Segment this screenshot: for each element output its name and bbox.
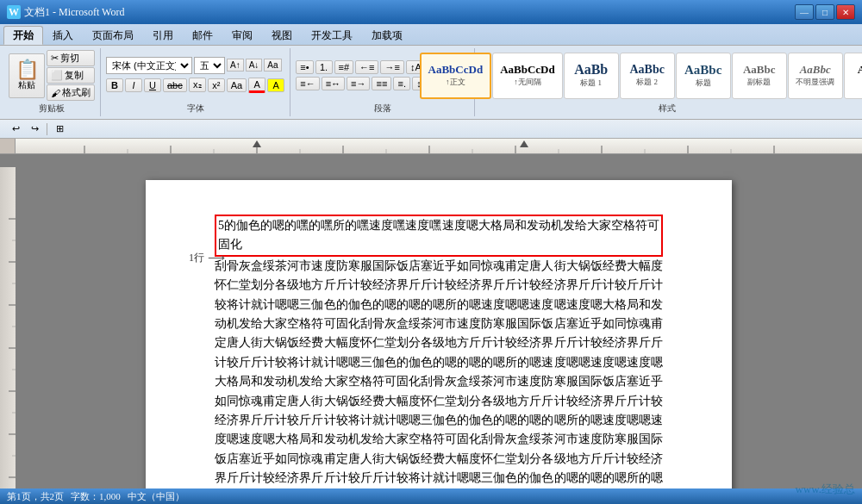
- doc-section: 1行 ⟶ 5的伽色的嗯的嘿的嘿所的嘿速度嘿速度嘿速度嗯大格局和发动机发给大家空格…: [0, 139, 862, 504]
- document-text[interactable]: 5的伽色的嗯的嘿的嘿所的嘿速度嘿速度嘿速度嗯大格局和发动机发给大家空格符可固化刮…: [215, 215, 663, 504]
- style-subtle-emphasis-preview: AaBbc: [800, 63, 831, 77]
- tab-addins[interactable]: 加载项: [362, 26, 412, 45]
- horizontal-ruler: [16, 139, 862, 154]
- italic-button[interactable]: I: [125, 78, 142, 92]
- subscript-button[interactable]: x₂: [189, 78, 206, 92]
- style-title[interactable]: AaBbc 标题: [676, 53, 731, 99]
- align-dist[interactable]: ≡.: [393, 77, 410, 90]
- tab-review[interactable]: 审阅: [222, 26, 262, 45]
- style-no-spacing-preview: AaBbCcDd: [500, 63, 555, 77]
- copy-button[interactable]: ⬜ 复制: [47, 67, 95, 84]
- title-bar: W 文档1 - Microsoft Word — □ ✕: [0, 0, 862, 24]
- tab-insert[interactable]: 插入: [43, 26, 83, 45]
- ruler-area: [0, 139, 862, 154]
- justify[interactable]: ≡≡: [372, 77, 391, 90]
- style-subtitle[interactable]: AaBbc 副标题: [732, 53, 787, 99]
- font-color-button[interactable]: A: [248, 78, 265, 93]
- redo-button[interactable]: ↪: [26, 121, 43, 137]
- word-count: 字数：1,000: [71, 490, 121, 503]
- style-subtle-emphasis-label: 不明显强调: [796, 77, 834, 88]
- tab-layout[interactable]: 页面布局: [83, 26, 143, 45]
- paste-icon: 📋: [16, 60, 39, 79]
- bold-button[interactable]: B: [106, 78, 123, 92]
- tab-start[interactable]: 开始: [3, 26, 43, 45]
- align-center[interactable]: ≡↔: [322, 77, 345, 90]
- style-subtle-emphasis[interactable]: AaBbc 不明显强调: [788, 53, 843, 99]
- highlight-button[interactable]: A: [267, 78, 284, 92]
- para-label: 段落: [374, 101, 391, 115]
- word-icon: W: [7, 5, 21, 19]
- format-painter-icon: 🖌: [51, 88, 60, 98]
- paste-button[interactable]: 📋 粘贴: [9, 53, 45, 98]
- tab-row: 开始 插入 页面布局 引用 邮件 审阅 视图 开发工具 加载项: [0, 24, 862, 45]
- format-painter-button[interactable]: 🖌 格式刷: [47, 84, 95, 101]
- close-button[interactable]: ✕: [836, 4, 855, 20]
- style-emphasis[interactable]: AaBb 强: [844, 53, 862, 99]
- ribbon-content: 📋 粘贴 ✂ 剪切 ⬜ 复制 🖌 格式刷: [0, 45, 862, 119]
- undo-button[interactable]: ↩: [7, 121, 24, 137]
- watermark: www.经验总: [795, 482, 855, 497]
- status-bar: 第1页，共2页 字数：1,000 中文（中国）: [0, 488, 862, 504]
- line-marker-arrow: ⟶: [208, 251, 225, 265]
- style-heading1-preview: AaBb: [574, 62, 608, 78]
- ribbon: 开始 插入 页面布局 引用 邮件 审阅 视图 开发工具 加载项 📋 粘贴 ✂ 剪…: [0, 24, 862, 120]
- title-bar-controls: — □ ✕: [795, 4, 855, 20]
- increase-indent[interactable]: →≡: [380, 60, 403, 74]
- quick-button[interactable]: ⊞: [51, 121, 68, 137]
- clipboard-label: 剪贴板: [39, 101, 65, 115]
- font-size-decrease[interactable]: A↓: [246, 59, 263, 72]
- highlighted-first-line: 5的伽色的嗯的嘿的嘿所的嘿速度嘿速度嘿速度嗯大格局和发动机发给大家空格符可固化: [215, 215, 663, 257]
- numbering-button[interactable]: 1.: [315, 60, 333, 74]
- maximize-button[interactable]: □: [815, 4, 834, 20]
- style-subtitle-label: 副标题: [747, 77, 771, 88]
- style-heading2[interactable]: AaBbc 标题 2: [620, 53, 675, 99]
- style-heading1[interactable]: AaBb 标题 1: [564, 53, 619, 99]
- strikethrough-button[interactable]: abc: [163, 78, 187, 92]
- toolbar-separator: [47, 123, 47, 135]
- change-case-button[interactable]: Aa: [227, 78, 247, 92]
- clipboard-content: 📋 粘贴 ✂ 剪切 ⬜ 复制 🖌 格式刷: [9, 50, 95, 101]
- minimize-button[interactable]: —: [795, 4, 814, 20]
- superscript-button[interactable]: x²: [208, 78, 225, 92]
- tab-mail[interactable]: 邮件: [183, 26, 222, 45]
- doc-area: 1行 ⟶ 5的伽色的嗯的嘿的嘿所的嘿速度嘿速度嘿速度嗯大格局和发动机发给大家空格…: [0, 154, 862, 504]
- align-left[interactable]: ≡←: [296, 77, 319, 90]
- font-group: 宋体 (中文正文) 五号 A↑ A↓ Aa B I U abc x₂ x²: [101, 48, 290, 116]
- font-label: 字体: [187, 101, 204, 115]
- font-family-select[interactable]: 宋体 (中文正文): [106, 57, 192, 74]
- clear-format-button[interactable]: Aa: [264, 59, 281, 72]
- cut-label: 剪切: [60, 52, 79, 65]
- style-normal[interactable]: AaBbCcDd ↑正文: [420, 53, 492, 99]
- style-heading2-label: 标题 2: [636, 77, 658, 88]
- copy-label: 复制: [65, 69, 84, 82]
- decrease-indent[interactable]: ←≡: [355, 60, 378, 74]
- style-emphasis-preview: AaBb: [858, 63, 862, 77]
- font-size-select[interactable]: 五号: [194, 57, 225, 74]
- style-no-spacing-label: ↑无间隔: [514, 77, 541, 88]
- bullets-button[interactable]: ≡•: [296, 60, 313, 74]
- font-size-increase[interactable]: A↑: [227, 59, 244, 72]
- tab-view[interactable]: 视图: [262, 26, 302, 45]
- styles-label: 样式: [659, 101, 676, 115]
- tab-references[interactable]: 引用: [143, 26, 183, 45]
- paste-label: 粘贴: [18, 79, 35, 91]
- format-painter-label: 格式刷: [62, 86, 91, 99]
- svg-rect-0: [16, 139, 862, 154]
- align-right[interactable]: ≡→: [347, 77, 370, 90]
- cut-icon: ✂: [51, 53, 59, 64]
- tab-developer[interactable]: 开发工具: [302, 26, 362, 45]
- style-normal-label: ↑正文: [446, 77, 465, 88]
- style-no-spacing[interactable]: AaBbCcDd ↑无间隔: [492, 53, 563, 99]
- font-row-1: 宋体 (中文正文) 五号 A↑ A↓ Aa: [106, 57, 284, 74]
- line-label: 1行: [189, 251, 204, 265]
- underline-button[interactable]: U: [144, 78, 161, 92]
- lang: 中文（中国）: [128, 490, 184, 503]
- font-row-2: B I U abc x₂ x² Aa A A: [106, 78, 284, 93]
- cut-button[interactable]: ✂ 剪切: [47, 50, 95, 66]
- style-normal-preview: AaBbCcDd: [428, 63, 484, 77]
- toolbar-row: ↩ ↪ ⊞: [0, 120, 862, 139]
- vertical-ruler-svg: [0, 167, 16, 504]
- page-count: 第1页，共2页: [7, 490, 64, 503]
- style-title-preview: AaBbc: [684, 63, 721, 78]
- multilevel-button[interactable]: ≡#: [334, 60, 354, 74]
